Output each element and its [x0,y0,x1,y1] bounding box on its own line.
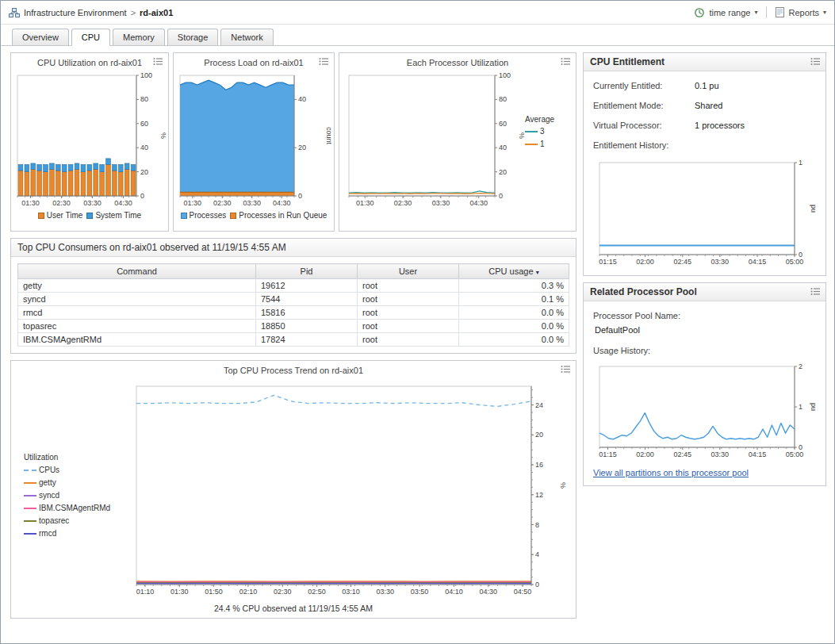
chart-options-icon[interactable] [561,365,571,374]
consumers-table: Command Pid User CPU usage ▾ getty19612r… [17,263,569,347]
tab-memory[interactable]: Memory [113,29,165,46]
topbar-actions: time range ▾ Reports ▾ [694,6,826,18]
each-processor-panel: Each Processor Utilization 020406080100%… [339,52,576,232]
legend-swatch [181,213,187,219]
col-header-pid[interactable]: Pid [256,264,358,279]
legend-swatch [86,213,93,219]
svg-text:03:30: 03:30 [376,588,394,596]
svg-text:pu: pu [810,205,817,213]
legend-label: System Time [95,211,141,220]
svg-text:01:30: 01:30 [170,588,189,596]
cpu-utilization-chart-canvas: 020406080100%01:3002:3003:3004:30 [13,69,167,210]
cell-pid: 19612 [256,279,358,293]
chart-title: Process Load on rd-aix01 [174,53,334,69]
entitlement-history-label: Entitlement History: [593,140,816,150]
svg-text:60: 60 [499,120,507,128]
cell-command: syncd [18,293,256,306]
svg-text:60: 60 [140,120,148,128]
chart-options-icon[interactable] [153,57,163,66]
legend-label: getty [39,478,56,487]
each-processor-chart-canvas: 020406080100%01:3002:3003:3004:30 [343,69,525,210]
view-partitions-link[interactable]: View all partitions on this processor po… [593,468,749,477]
chart-options-icon[interactable] [319,57,329,66]
table-row[interactable]: rmcd15816root0.0 % [18,306,569,320]
legend-label: User Time [47,211,83,220]
table-row[interactable]: topasrec18850root0.0 % [18,320,569,333]
trend-chart-canvas: 04812162024%01:1001:3001:5002:1002:3002:… [135,377,566,602]
svg-text:01:50: 01:50 [205,588,223,596]
col-header-label: CPU usage [488,266,533,276]
cell-command: IBM.CSMAgentRMd [18,333,256,347]
tab-network[interactable]: Network [220,29,273,46]
svg-text:04:30: 04:30 [469,199,488,207]
legend-title: Utilization [24,453,135,462]
each-processor-legend: Average 31 [525,115,554,210]
time-range-icon [694,7,705,18]
reports-label[interactable]: Reports [788,8,819,17]
svg-text:03:30: 03:30 [243,199,261,207]
svg-text:02:30: 02:30 [394,199,412,207]
time-range-chevron-down-icon[interactable]: ▾ [754,9,757,16]
col-header-command[interactable]: Command [18,264,256,279]
pool-usage-chart-canvas: 012pu01:1502:0002:4503:3004:1505:00 [593,362,817,460]
table-row[interactable]: syncd7544root0.1 % [18,293,569,306]
col-header-label: Command [117,266,157,276]
chart-options-icon[interactable] [810,287,821,296]
col-header-user[interactable]: User [358,264,459,279]
breadcrumb-root[interactable]: Infrastructure Environment [24,8,127,17]
svg-text:16: 16 [535,461,543,469]
tab-storage[interactable]: Storage [167,29,219,46]
svg-text:01:15: 01:15 [599,258,617,266]
reports-chevron-down-icon[interactable]: ▾ [823,9,826,16]
svg-text:04:30: 04:30 [114,199,132,207]
svg-text:24: 24 [535,401,543,409]
chart-title: Top CPU Process Trend on rd-aix01 [11,361,576,377]
legend-label: Processes in Run Queue [239,211,327,220]
field-label: Virtual Processor: [593,121,695,130]
tab-cpu[interactable]: CPU [71,29,110,46]
svg-text:01:15: 01:15 [599,450,617,458]
chart-title: Each Processor Utilization [339,53,576,69]
field-value: 0.1 pu [695,81,719,90]
trend-legend: Utilization CPUsgettysyncdIBM.CSMAgentRM… [16,377,135,602]
process-load-legend: ProcessesProcesses in Run Queue [174,211,334,220]
topbar: Infrastructure Environment > rd-aix01 ti… [1,1,834,25]
app-window: Infrastructure Environment > rd-aix01 ti… [0,0,835,644]
breadcrumb: Infrastructure Environment > rd-aix01 [9,8,173,17]
svg-text:80: 80 [140,95,148,103]
legend-label: 3 [540,127,545,136]
legend-label: rmcd [39,529,56,538]
svg-text:01:30: 01:30 [21,199,40,207]
svg-text:02:50: 02:50 [308,588,326,596]
svg-text:40: 40 [140,144,148,151]
related-processor-pool-body: Processor Pool Name: DefaultPool Usage H… [584,301,825,485]
cpu-entitlement-panel: CPU Entitlement Currently Entitled: 0.1 … [583,52,826,276]
topology-icon [9,8,20,17]
chart-options-icon[interactable] [810,57,821,66]
chart-options-icon[interactable] [561,57,571,66]
legend-item: getty [24,478,135,487]
time-range-label[interactable]: time range [709,8,750,17]
each-processor-body: 020406080100%01:3002:3003:3004:30 Averag… [339,69,576,210]
cell-cpu: 0.3 % [459,279,569,293]
svg-text:20: 20 [298,144,306,151]
svg-text:0: 0 [298,192,302,200]
legend-swatch [24,520,36,522]
svg-text:%: % [518,132,525,139]
table-row[interactable]: getty19612root0.3 % [18,279,569,293]
legend-item: System Time [86,211,141,220]
col-header-label: Pid [301,266,313,276]
col-header-cpu-usage[interactable]: CPU usage ▾ [459,264,569,279]
svg-text:100: 100 [499,71,511,79]
legend-swatch [24,482,36,484]
cell-command: getty [18,279,256,293]
top-cpu-consumers-panel: Top CPU Consumers on rd-aix01 observed a… [10,238,576,354]
cell-user: root [358,306,459,320]
svg-text:02:30: 02:30 [213,199,232,207]
svg-text:20: 20 [535,431,543,439]
tab-overview[interactable]: Overview [12,29,69,46]
cell-pid: 7544 [256,293,358,306]
pool-name-label: Processor Pool Name: [593,311,816,320]
cell-cpu: 0.0 % [459,306,569,320]
table-row[interactable]: IBM.CSMAgentRMd17824root0.0 % [18,333,569,347]
